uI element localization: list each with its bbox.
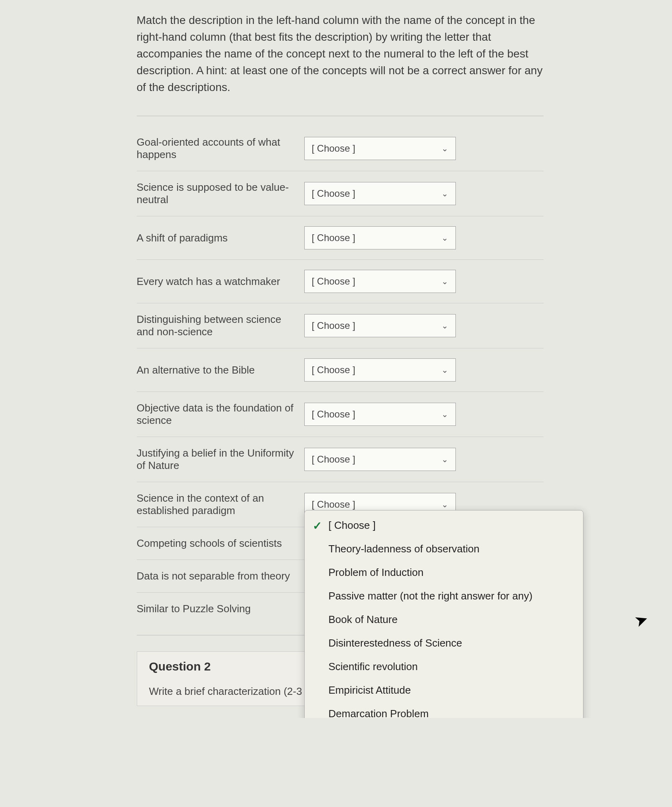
select-placeholder: [ Choose ] <box>312 499 355 510</box>
dropdown-option[interactable]: Book of Nature <box>305 608 583 631</box>
match-label: Every watch has a watchmaker <box>137 275 304 288</box>
select-placeholder: [ Choose ] <box>312 276 355 287</box>
match-label: Justifying a belief in the Uniformity of… <box>137 447 304 472</box>
select-placeholder: [ Choose ] <box>312 320 355 331</box>
chevron-down-icon: ⌄ <box>441 365 448 375</box>
chevron-down-icon: ⌄ <box>441 144 448 153</box>
instructions-text: Match the description in the left-hand c… <box>137 12 544 104</box>
match-label: Goal-oriented accounts of what happens <box>137 136 304 161</box>
dropdown-option[interactable]: Passive matter (not the right answer for… <box>305 584 583 608</box>
select-dropdown[interactable]: [ Choose ] ⌄ <box>304 403 456 426</box>
select-placeholder: [ Choose ] <box>312 143 355 154</box>
chevron-down-icon: ⌄ <box>441 455 448 464</box>
select-dropdown[interactable]: [ Choose ] ⌄ <box>304 182 456 205</box>
dropdown-option[interactable]: Scientific revolution <box>305 655 583 678</box>
dropdown-menu: [ Choose ] Theory-ladenness of observati… <box>304 510 583 718</box>
match-row: Justifying a belief in the Uniformity of… <box>137 437 544 482</box>
match-label: Science is supposed to be value-neutral <box>137 181 304 206</box>
dropdown-option[interactable]: Demarcation Problem <box>305 702 583 718</box>
match-label: Competing schools of scientists <box>137 537 304 550</box>
select-placeholder: [ Choose ] <box>312 232 355 243</box>
dropdown-option[interactable]: [ Choose ] <box>305 514 583 537</box>
select-placeholder: [ Choose ] <box>312 454 355 465</box>
matching-question-block: Goal-oriented accounts of what happens [… <box>137 116 544 635</box>
match-row: A shift of paradigms [ Choose ] ⌄ <box>137 216 544 260</box>
chevron-down-icon: ⌄ <box>441 277 448 286</box>
select-dropdown[interactable]: [ Choose ] ⌄ <box>304 448 456 471</box>
select-dropdown[interactable]: [ Choose ] ⌄ <box>304 137 456 160</box>
chevron-down-icon: ⌄ <box>441 500 448 509</box>
select-dropdown[interactable]: [ Choose ] ⌄ <box>304 358 456 382</box>
match-row: Goal-oriented accounts of what happens [… <box>137 126 544 171</box>
match-row: An alternative to the Bible [ Choose ] ⌄ <box>137 348 544 392</box>
chevron-down-icon: ⌄ <box>441 409 448 419</box>
match-row: Every watch has a watchmaker [ Choose ] … <box>137 260 544 303</box>
match-label: An alternative to the Bible <box>137 364 304 376</box>
dropdown-option[interactable]: Problem of Induction <box>305 561 583 584</box>
dropdown-option[interactable]: Empiricist Attitude <box>305 678 583 702</box>
select-dropdown[interactable]: [ Choose ] ⌄ <box>304 314 456 337</box>
select-placeholder: [ Choose ] <box>312 188 355 199</box>
select-placeholder: [ Choose ] <box>312 409 355 420</box>
dropdown-option[interactable]: Theory-ladenness of observation <box>305 537 583 561</box>
chevron-down-icon: ⌄ <box>441 321 448 330</box>
cursor-icon: ➤ <box>632 609 651 631</box>
dropdown-option[interactable]: Disinterestedness of Science <box>305 631 583 655</box>
match-label: Objective data is the foundation of scie… <box>137 402 304 427</box>
chevron-down-icon: ⌄ <box>441 233 448 243</box>
match-label: Science in the context of an established… <box>137 492 304 517</box>
match-row: Distinguishing between science and non-s… <box>137 303 544 348</box>
match-label: A shift of paradigms <box>137 232 304 244</box>
match-row: Objective data is the foundation of scie… <box>137 392 544 437</box>
match-row: Science in the context of an established… <box>137 482 544 527</box>
select-dropdown[interactable]: [ Choose ] ⌄ <box>304 270 456 293</box>
select-placeholder: [ Choose ] <box>312 364 355 376</box>
select-dropdown[interactable]: [ Choose ] ⌄ <box>304 226 456 249</box>
match-label: Distinguishing between science and non-s… <box>137 313 304 338</box>
match-label: Data is not separable from theory <box>137 570 304 582</box>
chevron-down-icon: ⌄ <box>441 189 448 198</box>
match-label: Similar to Puzzle Solving <box>137 603 304 615</box>
match-row: Science is supposed to be value-neutral … <box>137 171 544 216</box>
